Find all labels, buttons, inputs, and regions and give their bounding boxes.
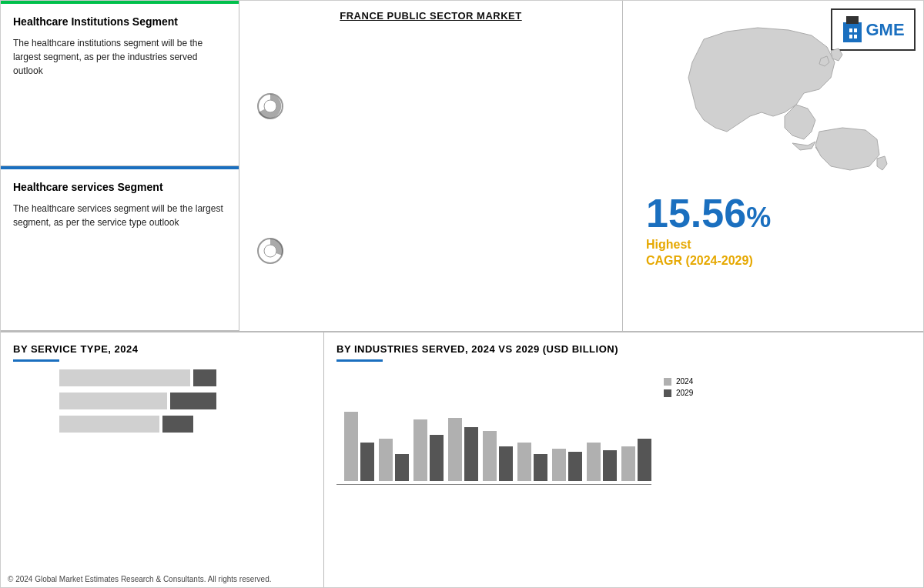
footer: © 2024 Global Market Estimates Research … — [8, 575, 272, 583]
hbar-container — [13, 369, 311, 433]
pie-charts-area — [239, 26, 622, 331]
legend-item-1: 2024 — [664, 377, 693, 386]
vbar-light-3 — [413, 419, 427, 481]
segment2-desc: The healthcare services segment will be … — [13, 202, 226, 229]
hbar-dark-1 — [193, 369, 216, 386]
industries-underline — [336, 359, 383, 362]
legend-label-2024: 2024 — [676, 377, 693, 386]
hbar-row-2 — [59, 393, 311, 409]
vbar-dark-5 — [499, 446, 513, 481]
segment1-desc: The healthcare institutions segment will… — [13, 36, 226, 78]
vbar-light-7 — [552, 449, 566, 481]
legend-dot-2024 — [664, 378, 671, 386]
industries-title: BY INDUSTRIES SERVED, 2024 VS 2029 (USD … — [336, 343, 911, 355]
svg-point-1 — [264, 100, 276, 112]
cagr-percent: % — [746, 202, 771, 233]
hbar-dark-2 — [170, 393, 216, 409]
legend-area: 2024 2029 — [664, 377, 693, 397]
vbar-dark-3 — [430, 435, 444, 481]
svg-point-3 — [264, 245, 276, 257]
vbar-group-9 — [621, 439, 651, 481]
vbar-dark-7 — [568, 452, 582, 481]
map-svg — [642, 16, 904, 185]
pie-icon-2 — [255, 236, 286, 266]
vbar-light-1 — [344, 412, 358, 481]
chart-title: FRANCE PUBLIC SECTOR MARKET — [239, 1, 622, 26]
vbar-dark-1 — [360, 443, 374, 481]
vbar-light-5 — [483, 431, 497, 481]
vbar-dark-4 — [464, 427, 478, 481]
service-type-title: BY SERVICE TYPE, 2024 — [13, 343, 311, 355]
pie-row-2 — [255, 236, 286, 266]
segment1-title: Healthcare Institutions Segment — [13, 15, 226, 28]
top-section: Healthcare Institutions Segment The heal… — [1, 1, 923, 332]
bottom-right: BY INDUSTRIES SERVED, 2024 VS 2029 (USD … — [324, 332, 923, 587]
vbar-light-2 — [379, 439, 393, 481]
vbar-dark-6 — [534, 454, 547, 481]
vbar-group-5 — [483, 431, 513, 481]
vbar-group-7 — [552, 449, 582, 481]
vbar-chart — [336, 377, 651, 485]
hbar-row-1 — [59, 369, 311, 386]
service-type-underline — [13, 359, 59, 362]
vbar-group-1 — [344, 412, 374, 481]
vbar-group-8 — [587, 443, 617, 481]
segment-box-1: Healthcare Institutions Segment The heal… — [1, 1, 239, 166]
vbar-group-6 — [517, 443, 547, 481]
vbar-dark-9 — [638, 439, 651, 481]
pie-icon-1 — [255, 91, 286, 122]
pie-row-1 — [255, 91, 286, 122]
vbar-dark-8 — [603, 450, 617, 481]
vbar-dark-2 — [395, 454, 409, 481]
hbar-light-2 — [59, 393, 167, 409]
main-container: Healthcare Institutions Segment The heal… — [0, 0, 924, 588]
segment2-title: Healthcare services Segment — [13, 180, 226, 194]
cagr-number: 15.56 — [646, 191, 746, 236]
vbar-light-6 — [517, 443, 531, 481]
left-panel: Healthcare Institutions Segment The heal… — [1, 1, 239, 331]
map-area — [642, 16, 904, 185]
right-panel: GME — [623, 1, 923, 331]
vbar-light-8 — [587, 443, 601, 481]
vbar-group-4 — [448, 418, 478, 481]
hbar-row-3 — [59, 416, 311, 433]
legend-label-2029: 2029 — [676, 389, 693, 397]
hbar-light-1 — [59, 369, 190, 386]
cagr-label: Highest CAGR (2024-2029) — [646, 237, 916, 269]
bottom-section: BY SERVICE TYPE, 2024 BY — [1, 332, 923, 587]
bottom-left: BY SERVICE TYPE, 2024 — [1, 332, 324, 587]
segment-box-2: Healthcare services Segment The healthca… — [1, 166, 239, 332]
vbar-group-2 — [379, 439, 409, 481]
vbar-light-9 — [621, 446, 635, 481]
legend-dot-2029 — [664, 389, 671, 397]
cagr-section: 15.56% Highest CAGR (2024-2029) — [631, 193, 916, 269]
vbar-group-3 — [413, 419, 444, 481]
hbar-light-3 — [59, 416, 159, 433]
middle-panel: FRANCE PUBLIC SECTOR MARKET — [239, 1, 623, 331]
footer-text: © 2024 Global Market Estimates Research … — [8, 575, 272, 583]
legend-item-2: 2029 — [664, 389, 693, 397]
vbar-light-4 — [448, 418, 462, 481]
hbar-dark-3 — [162, 416, 193, 433]
